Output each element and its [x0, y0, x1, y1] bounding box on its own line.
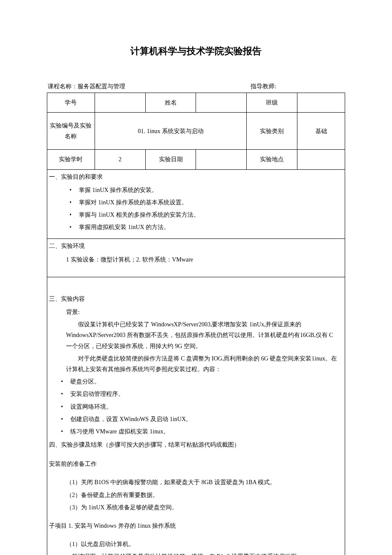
section-1-title: 一、实验目的和要求	[49, 171, 343, 182]
student-id-label: 学号	[47, 93, 95, 112]
section-4-title: 四、实验步骤及结果（步骤可按大的步骤写，结果可粘贴源代码或截图）	[49, 439, 340, 450]
course-label: 课程名称：	[48, 83, 78, 90]
list-item: 掌握与 1inUX 相关的多操作系统的安装方法。	[49, 209, 343, 220]
sub1-item1: （1）以光盘启动计算机。	[49, 539, 340, 549]
list-item: 硬盘分区。	[40, 376, 340, 387]
course-name-block: 课程名称：服务器配置与管理	[48, 81, 251, 92]
place-label: 实验地点	[247, 150, 297, 169]
exp-no-name-value: 01. 1inux 系统安装与启动	[95, 112, 246, 149]
table-row: 实验编号及实验名称 01. 1inux 系统安装与启动 实验类别 基础	[47, 112, 345, 149]
date-value	[196, 150, 247, 169]
course-name: 服务器配置与管理	[78, 83, 125, 90]
section-1: 一、实验目的和要求 掌握 1inUX 操作系统的安装。 掌握对 1inUX 操作…	[47, 170, 345, 239]
place-value	[297, 150, 345, 169]
list-item: 掌握用虚拟机安装 1inUX 的方法。	[49, 222, 343, 232]
list-item: 创建启动盘，设置 XWindoWS 及启动 1inUX。	[40, 414, 340, 424]
sub1-p: 一般情况下，计算机的硬盘是启动计算机的第一选择，在 B1oS 设置界面中将系统启…	[49, 551, 340, 555]
instructor-block: 指导教师:	[251, 81, 344, 92]
section-1-list: 掌握 1inUX 操作系统的安装。 掌握对 1inUX 操作系统的基本系统设置。…	[49, 185, 343, 233]
date-label: 实验日期	[145, 150, 196, 169]
instructor-label: 指导教师:	[251, 83, 276, 90]
list-item: 安装启动管理程序。	[40, 389, 340, 399]
section-3-title: 三、实验内容	[49, 293, 340, 304]
hours-label: 实验学时	[47, 150, 95, 169]
section-2-title: 二、实验环境	[49, 241, 343, 251]
list-item: 掌握 1inUX 操作系统的安装。	[49, 185, 343, 195]
info-table: 学号 姓名 班级 实验编号及实验名称 01. 1inux 系统安装与启动 实验类…	[47, 93, 345, 170]
section-3-p1: 假设某计算机中已经安装了 WindowsXP/Server2003,要求增加安装…	[49, 319, 340, 352]
page-title: 计算机科学与技术学院实验报告	[47, 43, 345, 60]
hours-value: 2	[95, 150, 145, 169]
sub1-title: 子项目 1. 安装与 Windows 并存的 1inux 操作系统	[49, 520, 340, 531]
list-item: 设置网络环境。	[40, 401, 340, 412]
prep-item: （1）关闭 B1OS 中的病毒报警功能，如果硬盘大于 8GB 设置硬盘为 1BA…	[49, 477, 340, 488]
class-label: 班级	[247, 93, 297, 112]
section-3-4: 三、实验内容 背景: 假设某计算机中已经安装了 WindowsXP/Server…	[47, 277, 345, 555]
student-id-value	[95, 93, 145, 112]
name-label: 姓名	[145, 93, 196, 112]
list-item: 掌握对 1inUX 操作系统的基本系统设置。	[49, 197, 343, 208]
name-value	[196, 93, 247, 112]
exp-type-value: 基础	[297, 112, 345, 149]
prep-title: 安装前的准备工作	[49, 459, 340, 469]
section-2-body: 1 实验设备：微型计算机；2. 软件系统：VMware	[49, 254, 343, 265]
list-item: 练习使用 VMware 虚拟机安装 1inux。	[40, 426, 340, 437]
table-row: 实验学时 2 实验日期 实验地点	[47, 150, 345, 169]
section-3-p2: 对于此类硬盘比较简便的操作方法是将 C 盘调整为 IOG,而利用剩余的 6G 硬…	[49, 353, 340, 375]
exp-no-name-label: 实验编号及实验名称	[47, 112, 95, 149]
section-3-list: 硬盘分区。 安装启动管理程序。 设置网络环境。 创建启动盘，设置 XWindoW…	[40, 376, 340, 437]
section-2: 二、实验环境 1 实验设备：微型计算机；2. 软件系统：VMware	[47, 239, 345, 277]
course-header-row: 课程名称：服务器配置与管理 指导教师:	[47, 81, 345, 92]
table-row: 学号 姓名 班级	[47, 93, 345, 112]
class-value	[297, 93, 345, 112]
prep-item: （2）备份硬盘上的所有重要数据。	[49, 490, 340, 500]
prep-item: （3）为 1inUX 系统准备足够的硬盘空间。	[49, 502, 340, 513]
exp-type-label: 实验类别	[247, 112, 297, 149]
section-3-bg-label: 背景:	[49, 307, 340, 317]
